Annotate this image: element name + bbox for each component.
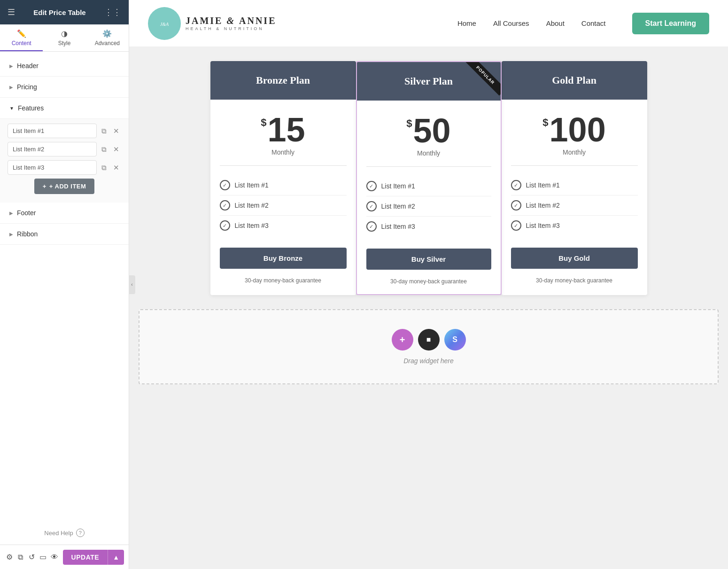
- history-icon[interactable]: ↺: [27, 549, 37, 566]
- silver-check-2: ✓: [366, 201, 377, 211]
- feature-item-row-2: ⧉ ✕: [8, 142, 121, 156]
- section-features[interactable]: ▼ Features: [0, 98, 129, 119]
- header-arrow: ▶: [9, 63, 13, 69]
- section-header-label: Header: [17, 62, 39, 70]
- drag-widget-area[interactable]: + ■ S Drag widget here: [139, 309, 719, 384]
- feature-item-duplicate-3[interactable]: ⧉: [100, 162, 108, 174]
- drag-plus-icon[interactable]: +: [392, 329, 413, 351]
- section-footer[interactable]: ▶ Footer: [0, 203, 129, 224]
- bronze-header: Bronze Plan: [210, 61, 356, 100]
- silver-features: ✓ List Item #1 ✓ List Item #2 ✓ List Ite…: [357, 171, 501, 241]
- bronze-feature-2: ✓ List Item #2: [220, 195, 347, 216]
- feature-item-input-2[interactable]: [8, 142, 97, 156]
- bronze-cta-button[interactable]: Buy Bronze: [220, 248, 347, 269]
- tab-style-label: Style: [58, 40, 71, 47]
- gold-feature-3: ✓ List Item #3: [511, 216, 638, 235]
- bronze-cta: Buy Bronze: [210, 240, 356, 273]
- bronze-price-area: $ 15 Monthly: [210, 100, 356, 161]
- feature-item-row-1: ⧉ ✕: [8, 124, 121, 138]
- tab-advanced[interactable]: ⚙️ Advanced: [86, 24, 129, 51]
- feature-item-delete-2[interactable]: ✕: [111, 143, 121, 156]
- gold-feature-label-3: List Item #3: [526, 222, 560, 229]
- section-footer-label: Footer: [17, 209, 36, 217]
- footer-arrow: ▶: [9, 210, 13, 216]
- drag-square-icon[interactable]: ■: [418, 329, 440, 351]
- section-pricing[interactable]: ▶ Pricing: [0, 77, 129, 98]
- add-item-plus-icon: +: [43, 183, 46, 190]
- bronze-title: Bronze Plan: [220, 74, 347, 86]
- gold-title: Gold Plan: [511, 74, 638, 86]
- hamburger-icon[interactable]: ☰: [8, 7, 15, 17]
- eye-icon[interactable]: 👁: [50, 549, 59, 566]
- nav-about[interactable]: About: [546, 19, 565, 27]
- logo-amp: &: [226, 16, 239, 26]
- silver-feature-2: ✓ List Item #2: [366, 196, 491, 217]
- section-header[interactable]: ▶ Header: [0, 55, 129, 77]
- layers-icon[interactable]: ⧉: [16, 549, 25, 566]
- panel-sections: ▶ Header ▶ Pricing ▼ Features ⧉ ✕ ⧉ ✕: [0, 52, 129, 521]
- bronze-features: ✓ List Item #1 ✓ List Item #2 ✓ List Ite…: [210, 171, 356, 240]
- silver-ribbon-wrap: POPULAR: [463, 62, 501, 100]
- gold-period: Monthly: [511, 148, 638, 156]
- settings-icon[interactable]: ⚙: [5, 549, 14, 566]
- grid-icon[interactable]: ⋮⋮: [104, 7, 121, 17]
- drag-icons-row: + ■ S: [392, 329, 466, 351]
- pricing-card-gold: Gold Plan $ 100 Monthly ✓ List Item #1 ✓…: [502, 61, 647, 295]
- bronze-check-3: ✓: [220, 220, 230, 231]
- logo-text-block: JAMIE & ANNIE HEALTH & NUTRITION: [186, 16, 276, 31]
- gold-header: Gold Plan: [502, 61, 647, 100]
- bronze-check-1: ✓: [220, 180, 230, 190]
- feature-item-duplicate-2[interactable]: ⧉: [100, 143, 108, 156]
- bronze-money-back: 30-day money-back guarantee: [210, 273, 356, 293]
- gold-price-area: $ 100 Monthly: [502, 100, 647, 161]
- gold-feature-2: ✓ List Item #2: [511, 195, 638, 216]
- start-learning-button[interactable]: Start Learning: [632, 13, 709, 34]
- silver-feature-label-3: List Item #3: [381, 223, 415, 230]
- bronze-price-row: $ 15: [220, 113, 347, 147]
- collapse-handle[interactable]: ‹: [129, 275, 135, 294]
- gold-money-back: 30-day money-back guarantee: [502, 273, 647, 293]
- gold-feature-label-2: List Item #2: [526, 202, 560, 209]
- responsive-icon[interactable]: ▭: [39, 549, 48, 566]
- help-icon[interactable]: ?: [76, 529, 85, 537]
- tab-style[interactable]: ◑ Style: [43, 24, 85, 51]
- nav-all-courses[interactable]: All Courses: [493, 19, 529, 27]
- silver-period: Monthly: [366, 149, 491, 157]
- bronze-divider: [220, 165, 347, 166]
- feature-item-delete-1[interactable]: ✕: [111, 125, 121, 137]
- need-help-label: Need Help: [44, 530, 73, 537]
- logo-svg: J&A: [150, 9, 178, 38]
- advanced-tab-icon: ⚙️: [102, 29, 112, 38]
- feature-item-input-1[interactable]: [8, 124, 97, 138]
- tab-content[interactable]: ✏️ Content: [0, 24, 43, 51]
- section-pricing-label: Pricing: [17, 83, 37, 91]
- gold-features: ✓ List Item #1 ✓ List Item #2 ✓ List Ite…: [502, 171, 647, 240]
- gold-price: 100: [550, 113, 606, 147]
- drag-s-icon[interactable]: S: [444, 329, 466, 351]
- update-chevron-button[interactable]: ▲: [108, 550, 124, 565]
- silver-cta-button[interactable]: Buy Silver: [366, 249, 491, 270]
- section-ribbon[interactable]: ▶ Ribbon: [0, 224, 129, 245]
- logo-name: JAMIE & ANNIE: [186, 16, 276, 26]
- panel-tabs: ✏️ Content ◑ Style ⚙️ Advanced: [0, 24, 129, 52]
- feature-item-input-3[interactable]: [8, 160, 97, 175]
- content-tab-icon: ✏️: [17, 29, 26, 38]
- feature-item-delete-3[interactable]: ✕: [111, 162, 121, 174]
- update-button[interactable]: UPDATE: [63, 550, 108, 565]
- feature-item-duplicate-1[interactable]: ⧉: [100, 125, 108, 137]
- gold-cta-button[interactable]: Buy Gold: [511, 248, 638, 269]
- features-items-container: ⧉ ✕ ⧉ ✕ ⧉ ✕ + + ADD ITEM: [0, 119, 129, 203]
- bronze-check-2: ✓: [220, 200, 230, 210]
- pricing-card-bronze: Bronze Plan $ 15 Monthly ✓ List Item #1 …: [210, 61, 356, 295]
- bronze-feature-label-1: List Item #1: [235, 181, 269, 189]
- nav-contact[interactable]: Contact: [581, 19, 606, 27]
- silver-feature-label-1: List Item #1: [381, 182, 415, 190]
- bronze-feature-label-2: List Item #2: [235, 202, 269, 209]
- add-item-button[interactable]: + + ADD ITEM: [34, 179, 95, 194]
- silver-cta: Buy Silver: [357, 241, 501, 273]
- silver-feature-label-2: List Item #2: [381, 203, 415, 210]
- bronze-feature-3: ✓ List Item #3: [220, 216, 347, 235]
- nav-home[interactable]: Home: [457, 19, 476, 27]
- feature-item-row-3: ⧉ ✕: [8, 160, 121, 175]
- logo-name-2: ANNIE: [239, 16, 276, 26]
